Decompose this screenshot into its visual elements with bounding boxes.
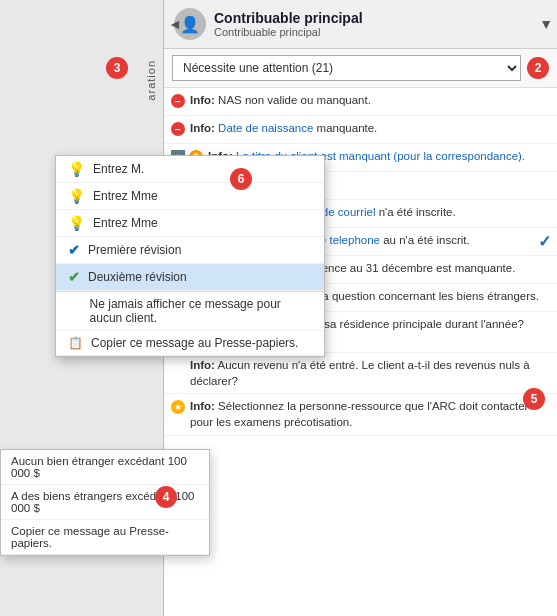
- context-label: Entrez M.: [93, 162, 144, 176]
- context-menu-item-7[interactable]: 📋 Copier ce message au Presse-papiers.: [56, 331, 324, 356]
- context-label: Deuxième révision: [88, 270, 187, 284]
- context-menu-item-3[interactable]: 💡 Entrez Mme: [56, 210, 324, 237]
- message-item[interactable]: ★ Info: Sélectionnez la personne-ressour…: [164, 394, 557, 435]
- badge-2: 2: [527, 57, 549, 79]
- attention-dropdown[interactable]: Nécessite une attention (21): [172, 55, 521, 81]
- message-item[interactable]: − Info: Date de naissance manquante.: [164, 116, 557, 144]
- star-icon: ★: [170, 399, 186, 415]
- nav-left-button[interactable]: ◄: [168, 16, 182, 32]
- message-item[interactable]: − Info: NAS non valide ou manquant.: [164, 88, 557, 116]
- bulb-icon: 💡: [68, 188, 85, 204]
- context-label: Entrez Mme: [93, 189, 158, 203]
- context-menu-item-2[interactable]: 💡 Entrez Mme: [56, 183, 324, 210]
- bottom-popup-item-2[interactable]: A des biens étrangers excédant 100 000 $: [1, 485, 209, 520]
- context-label: Première révision: [88, 243, 181, 257]
- checkmark-icon: ✓: [538, 232, 551, 251]
- badge-6: 6: [230, 168, 252, 190]
- context-label: Ne jamais afficher ce message pour aucun…: [90, 297, 312, 325]
- context-menu-item-6[interactable]: Ne jamais afficher ce message pour aucun…: [56, 291, 324, 331]
- bottom-popup-item-3[interactable]: Copier ce message au Presse-papiers.: [1, 520, 209, 555]
- filter-row: 3 Nécessite une attention (21) 2: [164, 49, 557, 88]
- red-circle-icon: −: [170, 121, 186, 137]
- context-menu-item-4[interactable]: ✔ Première révision: [56, 237, 324, 264]
- header: ◄ 👤 Contribuable principal Contribuable …: [164, 0, 557, 49]
- message-text: Info: Date de naissance manquante.: [190, 120, 551, 136]
- nav-right-button[interactable]: ▼: [539, 16, 553, 32]
- right-icons: ✓: [538, 232, 551, 251]
- context-menu: 💡 Entrez M. 💡 Entrez Mme 💡 Entrez Mme ✔ …: [55, 155, 325, 357]
- bottom-popup-item-1[interactable]: Aucun bien étranger excédant 100 000 $: [1, 450, 209, 485]
- badge-5: 5: [523, 388, 545, 410]
- context-label: Entrez Mme: [93, 216, 158, 230]
- bottom-popup: Aucun bien étranger excédant 100 000 $ A…: [0, 449, 210, 556]
- message-item[interactable]: Info: Aucun revenu n'a été entré. Le cli…: [164, 353, 557, 394]
- check-blue-icon: ✔: [68, 242, 80, 258]
- copy-icon: 📋: [68, 336, 83, 350]
- message-text: Info: Aucun revenu n'a été entré. Le cli…: [170, 357, 551, 389]
- badge-4: 4: [155, 486, 177, 508]
- sidebar-label: aration: [145, 60, 157, 101]
- header-text: Contribuable principal Contribuable prin…: [214, 10, 547, 38]
- message-text: Info: Sélectionnez la personne-ressource…: [190, 398, 551, 430]
- context-menu-item-1[interactable]: 💡 Entrez M.: [56, 156, 324, 183]
- context-label: Copier ce message au Presse-papiers.: [91, 336, 298, 350]
- red-circle-icon: −: [170, 93, 186, 109]
- header-subtitle: Contribuable principal: [214, 26, 547, 38]
- bulb-icon: 💡: [68, 215, 85, 231]
- header-title: Contribuable principal: [214, 10, 547, 26]
- bulb-icon: 💡: [68, 161, 85, 177]
- check-green-icon: ✔: [68, 269, 80, 285]
- badge-3: 3: [106, 57, 128, 79]
- context-menu-item-5[interactable]: ✔ Deuxième révision: [56, 264, 324, 291]
- message-text: Info: NAS non valide ou manquant.: [190, 92, 551, 108]
